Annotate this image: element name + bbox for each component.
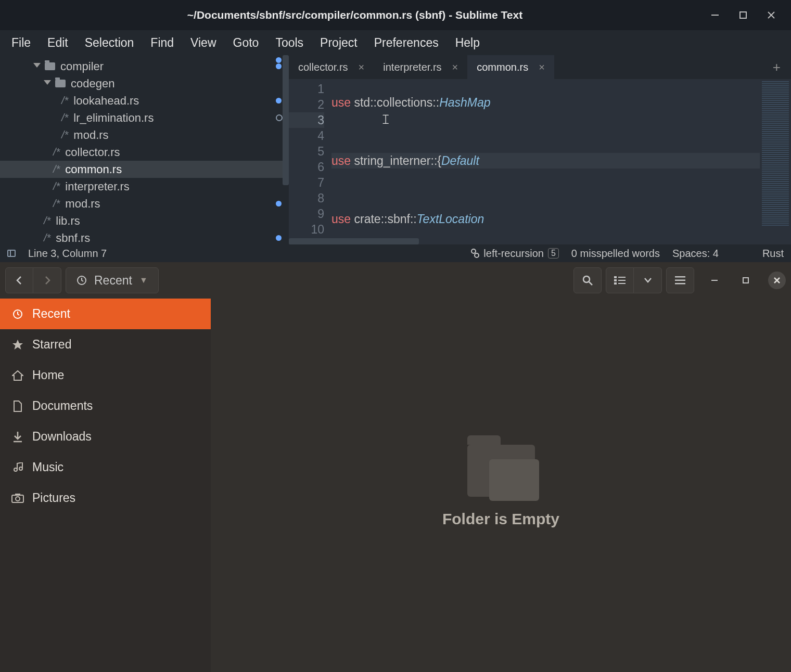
tree-file-collector[interactable]: /*collector.rs — [0, 144, 289, 161]
panel-switcher[interactable] — [7, 250, 16, 257]
token: :: — [410, 212, 417, 226]
tree-folder-compiler[interactable]: compiler — [0, 58, 289, 75]
tree-file-mod2[interactable]: /*mod.rs — [0, 195, 289, 212]
menu-tools[interactable]: Tools — [267, 33, 312, 53]
sidebar-item-music[interactable]: Music — [0, 452, 211, 483]
clock-icon — [76, 275, 87, 286]
menu-help[interactable]: Help — [447, 33, 488, 53]
tree-file-lr-elimination[interactable]: /*lr_elimination.rs — [0, 109, 289, 126]
hamburger-menu[interactable] — [666, 267, 694, 293]
tree-file-lib[interactable]: /*lib.rs — [0, 212, 289, 229]
close-button[interactable] — [766, 10, 776, 20]
line-number[interactable]: 1 — [289, 81, 324, 97]
tree-file-interpreter[interactable]: /*interpreter.rs — [0, 178, 289, 195]
empty-folder-text: Folder is Empty — [442, 510, 559, 528]
line-number[interactable]: 3 — [289, 112, 324, 128]
svg-rect-13 — [675, 276, 685, 278]
line-number[interactable]: 2 — [289, 97, 324, 112]
list-view-button[interactable] — [606, 267, 634, 293]
sidebar-item-home[interactable]: Home — [0, 360, 211, 391]
tab-close-icon[interactable]: × — [359, 61, 365, 73]
token: :: — [432, 96, 439, 109]
minimap[interactable] — [760, 79, 791, 244]
menu-view[interactable]: View — [182, 33, 224, 53]
fm-nav-buttons — [5, 267, 61, 293]
code-text[interactable]: use std::collections::HashMap use string… — [331, 79, 760, 244]
gutter[interactable]: 1 2 3 4 5 6 7 8 9 10 — [289, 79, 331, 244]
back-button[interactable] — [5, 267, 33, 293]
menu-preferences[interactable]: Preferences — [366, 33, 447, 53]
line-number[interactable]: 8 — [289, 190, 324, 206]
new-tab-button[interactable]: + — [766, 59, 788, 75]
token: :: — [370, 96, 377, 109]
tree-file-lookahead[interactable]: /*lookahead.rs — [0, 92, 289, 109]
minimap-content — [762, 81, 789, 227]
sidebar-item-label: Music — [32, 460, 63, 474]
code-view[interactable]: 1 2 3 4 5 6 7 8 9 10 use std::collection… — [289, 79, 791, 244]
sublime-titlebar[interactable]: ~/Documents/sbnf/src/compiler/common.rs … — [0, 0, 791, 30]
tab-collector[interactable]: collector.rs× — [289, 55, 374, 79]
menu-selection[interactable]: Selection — [76, 33, 143, 53]
sidebar-scrollbar[interactable] — [283, 55, 289, 185]
line-number[interactable]: 7 — [289, 175, 324, 190]
tab-interpreter[interactable]: interpreter.rs× — [374, 55, 467, 79]
svg-rect-7 — [614, 276, 617, 278]
file-label: collector.rs — [65, 146, 120, 159]
sidebar-item-label: Downloads — [32, 430, 92, 444]
line-number[interactable]: 9 — [289, 206, 324, 222]
horizontal-scrollbar[interactable] — [289, 238, 760, 244]
menu-edit[interactable]: Edit — [39, 33, 76, 53]
status-spellcheck[interactable]: 0 misspelled words — [571, 248, 660, 260]
token: ::{ — [431, 154, 441, 167]
sidebar-item-documents[interactable]: Documents — [0, 391, 211, 421]
file-icon: /* — [61, 129, 68, 141]
maximize-button[interactable] — [738, 10, 748, 20]
tree-file-sbnf[interactable]: /*sbnf.rs — [0, 229, 289, 244]
path-bar[interactable]: Recent ▼ — [66, 267, 159, 293]
folder-label: compiler — [60, 60, 104, 73]
status-git-branch[interactable]: left-recursion5 — [471, 248, 559, 260]
tree-folder-codegen[interactable]: codegen — [0, 75, 289, 92]
tree-file-mod1[interactable]: /*mod.rs — [0, 126, 289, 144]
fm-content[interactable]: Folder is Empty — [211, 299, 791, 672]
line-number[interactable]: 10 — [289, 222, 324, 237]
menu-find[interactable]: Find — [142, 33, 182, 53]
svg-rect-12 — [618, 283, 626, 284]
token: use — [331, 96, 354, 109]
scrollbar-thumb[interactable] — [289, 238, 419, 244]
sidebar-item-downloads[interactable]: Downloads — [0, 421, 211, 452]
fm-maximize-button[interactable] — [737, 272, 755, 289]
file-icon: /* — [53, 163, 60, 175]
disclosure-icon[interactable] — [44, 80, 51, 87]
line-number[interactable]: 5 — [289, 144, 324, 159]
chevron-down-icon[interactable]: ▼ — [139, 276, 148, 285]
menu-file[interactable]: File — [3, 33, 39, 53]
sidebar[interactable]: src compiler codegen /*lookahead.rs /*lr… — [0, 55, 289, 244]
fm-minimize-button[interactable] — [706, 272, 723, 289]
tree-file-common[interactable]: /*common.rs — [0, 161, 289, 178]
tab-common[interactable]: common.rs× — [467, 55, 554, 79]
menu-goto[interactable]: Goto — [225, 33, 267, 53]
view-options-button[interactable] — [634, 267, 662, 293]
minimize-button[interactable] — [710, 10, 720, 20]
file-icon: /* — [53, 180, 60, 192]
file-icon: /* — [44, 232, 50, 244]
star-icon — [11, 339, 24, 351]
dirty-dot-icon — [276, 98, 282, 104]
status-syntax[interactable]: Rust — [762, 248, 784, 260]
sidebar-item-starred[interactable]: Starred — [0, 329, 211, 360]
status-cursor-pos[interactable]: Line 3, Column 7 — [28, 248, 107, 260]
fm-close-button[interactable] — [768, 272, 786, 289]
disclosure-icon[interactable] — [33, 63, 41, 70]
line-number[interactable]: 6 — [289, 159, 324, 175]
sidebar-item-recent[interactable]: Recent — [0, 299, 211, 329]
forward-button[interactable] — [33, 267, 61, 293]
tab-close-icon[interactable]: × — [539, 61, 545, 73]
status-indent[interactable]: Spaces: 4 — [672, 248, 719, 260]
token: use — [331, 154, 354, 167]
tab-close-icon[interactable]: × — [452, 61, 458, 73]
sidebar-item-pictures[interactable]: Pictures — [0, 483, 211, 513]
search-button[interactable] — [573, 267, 602, 293]
menu-project[interactable]: Project — [312, 33, 366, 53]
line-number[interactable]: 4 — [289, 128, 324, 144]
